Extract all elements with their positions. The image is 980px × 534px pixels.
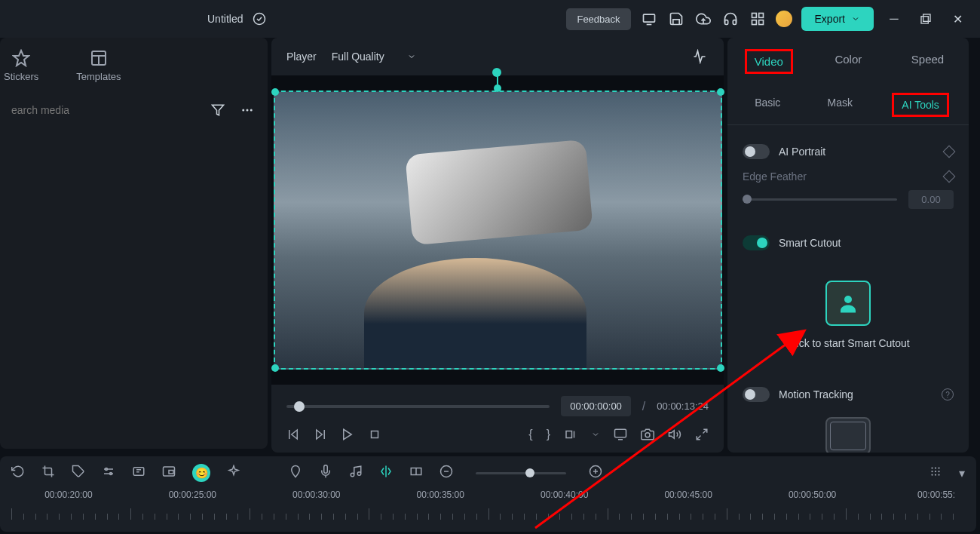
save-icon[interactable] — [667, 10, 685, 28]
snapshot-button[interactable] — [641, 428, 654, 441]
export-button[interactable]: Export — [801, 7, 874, 31]
smart-cutout-toggle[interactable] — [743, 235, 770, 250]
tab-speed[interactable]: Speed — [904, 49, 951, 74]
help-icon[interactable]: ? — [942, 388, 954, 400]
svg-rect-9 — [921, 17, 928, 23]
subtab-mask[interactable]: Mask — [820, 93, 860, 117]
maximize-button[interactable] — [914, 8, 937, 30]
marker-button[interactable] — [289, 465, 302, 481]
project-title: Untitled — [207, 13, 243, 25]
crop-align-button[interactable] — [564, 428, 577, 441]
tag-button[interactable] — [72, 465, 85, 481]
ai-face-button[interactable]: 😊 — [192, 464, 210, 482]
user-avatar[interactable] — [776, 11, 792, 27]
play-button[interactable] — [341, 428, 354, 441]
svg-point-15 — [247, 109, 249, 112]
svg-marker-19 — [317, 430, 323, 439]
quality-select[interactable]: Full Quality — [332, 51, 416, 63]
zoom-thumb[interactable] — [525, 468, 534, 477]
svg-rect-6 — [752, 20, 756, 25]
apps-icon[interactable] — [749, 10, 767, 28]
motion-tracking-toggle[interactable] — [743, 387, 770, 402]
sidebar-tab-templates[interactable]: Templates — [76, 49, 121, 82]
sparkle-button[interactable] — [227, 465, 240, 481]
video-frame[interactable] — [274, 91, 722, 370]
time-total: 00:00:13:24 — [657, 400, 709, 412]
subtab-basic[interactable]: Basic — [747, 93, 788, 117]
svg-point-48 — [938, 467, 939, 468]
sticker-icon — [12, 49, 30, 67]
filter-icon[interactable] — [209, 101, 227, 119]
split-button[interactable] — [379, 465, 393, 481]
dropdown-icon[interactable]: ▾ — [959, 466, 965, 480]
motion-tracking-thumbnail[interactable] — [825, 417, 871, 453]
tab-color[interactable]: Color — [827, 49, 869, 74]
keyframe-diamond-icon[interactable] — [943, 170, 956, 183]
subtab-ai-tools[interactable]: AI Tools — [892, 93, 949, 117]
scrubber-thumb[interactable] — [294, 401, 305, 412]
edge-feather-value[interactable]: 0.00 — [908, 190, 954, 209]
zoom-in-button[interactable] — [589, 465, 602, 481]
svg-rect-25 — [615, 429, 626, 437]
smart-cutout-button[interactable] — [825, 281, 871, 326]
aspect-button[interactable] — [409, 465, 423, 481]
tab-video[interactable]: Video — [745, 49, 793, 74]
zoom-out-button[interactable] — [439, 465, 453, 481]
search-input[interactable] — [11, 104, 198, 116]
text-button[interactable] — [132, 465, 145, 481]
svg-point-47 — [935, 467, 936, 468]
ai-portrait-toggle[interactable] — [743, 144, 770, 159]
cloud-icon[interactable] — [694, 10, 712, 28]
device-icon[interactable] — [640, 10, 658, 28]
mark-in-button[interactable]: { — [528, 428, 532, 441]
svg-rect-8 — [923, 14, 930, 21]
mic-button[interactable] — [319, 465, 332, 481]
chevron-down-icon — [407, 52, 416, 61]
minimize-button[interactable]: ─ — [883, 8, 905, 30]
grid-view-button[interactable] — [929, 465, 942, 481]
preview-viewport[interactable] — [271, 75, 724, 385]
keyframe-diamond-icon[interactable] — [943, 146, 956, 158]
svg-point-52 — [931, 474, 933, 475]
next-frame-button[interactable] — [314, 428, 327, 441]
timeline: 😊 ▾ 00:00:20:00 00:00:25:00 00:00:30:00 … — [0, 456, 976, 532]
resize-handle-br[interactable] — [717, 364, 724, 372]
smart-cutout-label: Smart Cutout — [779, 237, 954, 249]
display-button[interactable] — [614, 428, 627, 441]
scrubber-track[interactable] — [286, 405, 550, 408]
prev-frame-button[interactable] — [286, 428, 300, 441]
svg-point-14 — [242, 109, 244, 112]
svg-marker-13 — [213, 105, 224, 115]
resize-handle-bl[interactable] — [271, 364, 279, 372]
timeline-ruler[interactable]: 00:00:20:00 00:00:25:00 00:00:30:00 00:0… — [11, 490, 965, 520]
stop-button[interactable] — [368, 428, 381, 441]
svg-point-49 — [931, 471, 933, 472]
svg-point-54 — [938, 474, 939, 475]
music-button[interactable] — [349, 465, 363, 481]
feedback-button[interactable]: Feedback — [566, 8, 630, 30]
chevron-down-icon[interactable] — [591, 430, 600, 439]
svg-rect-22 — [372, 431, 378, 438]
close-button[interactable]: ✕ — [946, 8, 969, 30]
settings-button[interactable] — [102, 465, 115, 481]
resize-handle-tr[interactable] — [717, 88, 724, 96]
svg-rect-5 — [758, 14, 763, 18]
slider-thumb[interactable] — [743, 195, 752, 204]
svg-line-29 — [703, 429, 707, 433]
zoom-slider[interactable] — [476, 472, 566, 474]
headphones-icon[interactable] — [721, 10, 740, 28]
fullscreen-button[interactable] — [695, 428, 709, 441]
mark-out-button[interactable]: } — [547, 428, 550, 441]
sidebar-tab-stickers[interactable]: Stickers — [4, 49, 38, 82]
more-icon[interactable] — [238, 101, 256, 119]
edge-feather-slider[interactable] — [743, 198, 897, 201]
waveform-icon[interactable] — [691, 48, 709, 66]
pip-button[interactable] — [162, 465, 176, 481]
resize-handle-tl[interactable] — [271, 88, 279, 96]
undo-button[interactable] — [11, 465, 25, 481]
volume-button[interactable] — [668, 428, 681, 441]
crop-tool-button[interactable] — [41, 465, 55, 481]
svg-point-16 — [250, 109, 253, 112]
svg-point-0 — [254, 14, 265, 25]
rotate-handle[interactable] — [494, 84, 501, 92]
